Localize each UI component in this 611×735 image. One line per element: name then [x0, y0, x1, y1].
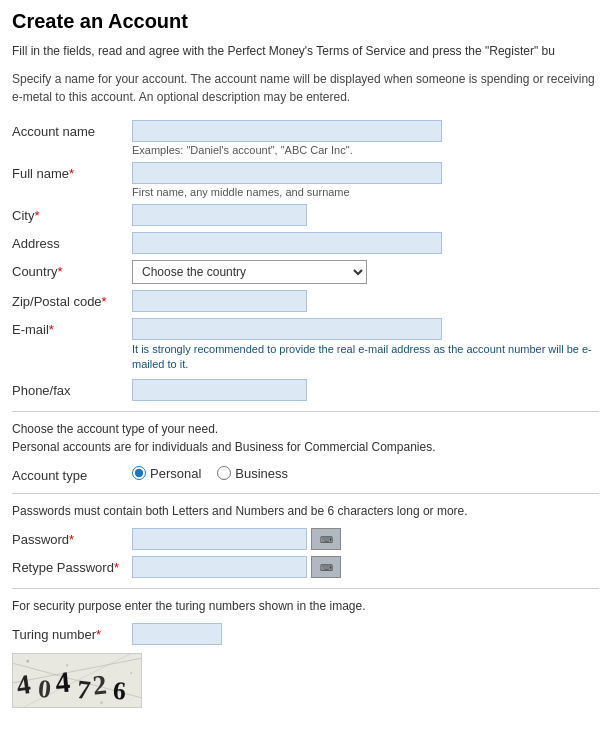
keyboard-icon[interactable]: ⌨ — [311, 528, 341, 550]
required-marker: * — [114, 560, 119, 575]
zip-row: Zip/Postal code* — [12, 290, 599, 312]
divider-2 — [12, 493, 599, 494]
country-field: Choose the country — [132, 260, 599, 284]
email-input[interactable] — [132, 318, 442, 340]
email-field: It is strongly recommended to provide th… — [132, 318, 599, 373]
captcha-image: 4 0 4 7 2 6 — [12, 653, 142, 708]
phone-row: Phone/fax — [12, 379, 599, 401]
address-row: Address — [12, 232, 599, 254]
account-type-row: Account type Personal Business — [12, 464, 599, 483]
country-label: Country* — [12, 260, 132, 279]
turing-label: Turing number* — [12, 623, 132, 642]
phone-label: Phone/fax — [12, 379, 132, 398]
city-input[interactable] — [132, 204, 307, 226]
personal-radio[interactable] — [132, 466, 146, 480]
zip-label: Zip/Postal code* — [12, 290, 132, 309]
retype-password-input[interactable] — [132, 556, 307, 578]
fullname-label: Full name* — [12, 162, 132, 181]
business-label: Business — [235, 466, 288, 481]
divider-3 — [12, 588, 599, 589]
required-marker: * — [49, 322, 54, 337]
page-title: Create an Account — [12, 10, 599, 33]
fullname-hint: First name, any middle names, and surnam… — [132, 186, 599, 198]
personal-label: Personal — [150, 466, 201, 481]
required-marker: * — [58, 264, 63, 279]
account-desc: Specify a name for your account. The acc… — [12, 70, 599, 106]
retype-password-label: Retype Password* — [12, 556, 132, 575]
retype-password-input-row: ⌨ — [132, 556, 599, 578]
password-field: ⌨ — [132, 528, 599, 550]
svg-point-12 — [100, 701, 103, 704]
password-input[interactable] — [132, 528, 307, 550]
account-form: Account name Examples: "Daniel's account… — [12, 120, 599, 401]
turing-field — [132, 623, 599, 645]
required-marker: * — [96, 627, 101, 642]
retype-password-row: Retype Password* ⌨ — [12, 556, 599, 578]
account-type-desc: Personal accounts are for individuals an… — [12, 440, 599, 454]
password-label: Password* — [12, 528, 132, 547]
fullname-field: First name, any middle names, and surnam… — [132, 162, 599, 198]
business-option[interactable]: Business — [217, 466, 288, 481]
address-field — [132, 232, 599, 254]
svg-text:4: 4 — [54, 665, 72, 698]
svg-text:0: 0 — [37, 673, 52, 703]
svg-point-13 — [130, 672, 132, 674]
divider-1 — [12, 411, 599, 412]
turing-section-text: For security purpose enter the turing nu… — [12, 599, 599, 613]
account-name-field: Examples: "Daniel's account", "ABC Car I… — [132, 120, 599, 156]
svg-point-10 — [26, 659, 29, 662]
password-input-row: ⌨ — [132, 528, 599, 550]
phone-field — [132, 379, 599, 401]
account-name-label: Account name — [12, 120, 132, 139]
required-marker: * — [34, 208, 39, 223]
phone-input[interactable] — [132, 379, 307, 401]
zip-input[interactable] — [132, 290, 307, 312]
address-label: Address — [12, 232, 132, 251]
turing-row: Turing number* — [12, 623, 599, 645]
personal-option[interactable]: Personal — [132, 466, 201, 481]
city-row: City* — [12, 204, 599, 226]
account-type-title: Choose the account type of your need. — [12, 422, 599, 436]
address-input[interactable] — [132, 232, 442, 254]
city-field — [132, 204, 599, 226]
password-section-text: Passwords must contain both Letters and … — [12, 504, 599, 518]
account-name-hint: Examples: "Daniel's account", "ABC Car I… — [132, 144, 599, 156]
zip-field — [132, 290, 599, 312]
account-type-label: Account type — [12, 464, 132, 483]
account-name-row: Account name Examples: "Daniel's account… — [12, 120, 599, 156]
account-type-options: Personal Business — [132, 466, 288, 481]
fullname-input[interactable] — [132, 162, 442, 184]
business-radio[interactable] — [217, 466, 231, 480]
email-row: E-mail* It is strongly recommended to pr… — [12, 318, 599, 373]
country-select[interactable]: Choose the country — [132, 260, 367, 284]
svg-point-11 — [66, 664, 68, 666]
intro-text: Fill in the fields, read and agree with … — [12, 43, 599, 60]
country-row: Country* Choose the country — [12, 260, 599, 284]
email-label: E-mail* — [12, 318, 132, 337]
required-marker: * — [69, 166, 74, 181]
required-marker: * — [69, 532, 74, 547]
email-hint: It is strongly recommended to provide th… — [132, 342, 599, 373]
retype-password-field: ⌨ — [132, 556, 599, 578]
password-row: Password* ⌨ — [12, 528, 599, 550]
fullname-row: Full name* First name, any middle names,… — [12, 162, 599, 198]
keyboard-icon-2[interactable]: ⌨ — [311, 556, 341, 578]
svg-text:6: 6 — [112, 675, 127, 705]
account-name-input[interactable] — [132, 120, 442, 142]
city-label: City* — [12, 204, 132, 223]
turing-input[interactable] — [132, 623, 222, 645]
required-marker: * — [102, 294, 107, 309]
